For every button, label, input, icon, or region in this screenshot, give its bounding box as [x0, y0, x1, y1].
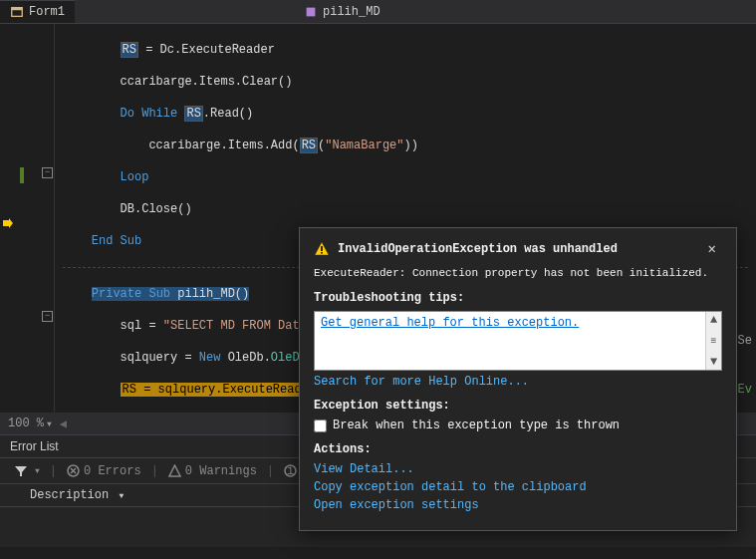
tab-label: pilih_MD	[323, 5, 380, 19]
editor-tabs: Form1 pilih_MD	[0, 0, 756, 24]
filter-icon	[14, 464, 28, 478]
warning-icon	[314, 241, 330, 257]
info-icon: i	[284, 464, 297, 477]
exception-message: ExecuteReader: Connection property has n…	[314, 267, 722, 279]
search-help-link[interactable]: Search for more Help Online...	[314, 375, 722, 389]
close-button[interactable]: ✕	[702, 238, 722, 259]
side-panel-se[interactable]: Se	[738, 334, 752, 348]
svg-rect-2	[307, 7, 316, 16]
form-icon	[10, 5, 24, 19]
warning-icon	[168, 464, 181, 477]
errors-filter-button[interactable]: 0 Errors	[61, 462, 147, 480]
fold-toggle[interactable]: −	[42, 311, 53, 322]
current-line-arrow	[2, 217, 14, 229]
fold-toggle[interactable]: −	[42, 167, 53, 178]
zoom-dropdown[interactable]: 100 %▼	[8, 417, 52, 430]
side-panel-ev[interactable]: Ev	[738, 383, 752, 397]
view-detail-link[interactable]: View Detail...	[314, 462, 722, 476]
column-description[interactable]: Description ▼	[30, 488, 124, 502]
error-icon	[67, 464, 80, 477]
checkbox-input[interactable]	[314, 419, 327, 432]
change-indicator	[20, 167, 24, 183]
warnings-filter-button[interactable]: 0 Warnings	[162, 462, 263, 480]
tips-heading: Troubleshooting tips:	[314, 291, 722, 305]
scroll-up-icon[interactable]: ▲	[710, 313, 717, 327]
svg-text:i: i	[287, 464, 294, 477]
editor-gutter: − −	[0, 24, 55, 413]
svg-rect-1	[12, 8, 23, 11]
method-icon	[304, 5, 318, 19]
filter-dropdown[interactable]: ▼	[8, 462, 46, 480]
open-settings-link[interactable]: Open exception settings	[314, 498, 722, 512]
chevron-down-icon: ▼	[47, 419, 52, 428]
settings-heading: Exception settings:	[314, 399, 722, 413]
tab-form1[interactable]: Form1	[0, 0, 75, 23]
scrollbar[interactable]: ▲≡▼	[705, 312, 721, 370]
exception-title: InvalidOperationException was unhandled	[338, 242, 694, 256]
tip-link[interactable]: Get general help for this exception.	[321, 316, 579, 330]
tab-label: Form1	[29, 5, 65, 19]
troubleshooting-tips-box[interactable]: Get general help for this exception. ▲≡▼	[314, 311, 722, 371]
chevron-down-icon: ▼	[35, 466, 40, 475]
side-panels: Se Ev	[738, 299, 752, 431]
svg-rect-6	[321, 246, 323, 251]
break-on-exception-checkbox[interactable]: Break when this exception type is thrown	[314, 419, 722, 432]
tab-pilih-md[interactable]: pilih_MD	[294, 0, 390, 23]
exception-assistant-popup: InvalidOperationException was unhandled …	[299, 227, 737, 531]
copy-detail-link[interactable]: Copy exception detail to the clipboard	[314, 480, 722, 494]
actions-heading: Actions:	[314, 442, 722, 456]
svg-rect-7	[321, 252, 323, 254]
scroll-left-icon[interactable]: ◀	[60, 417, 67, 431]
scroll-down-icon[interactable]: ▼	[710, 355, 717, 369]
scroll-grip-icon[interactable]: ≡	[710, 336, 716, 347]
